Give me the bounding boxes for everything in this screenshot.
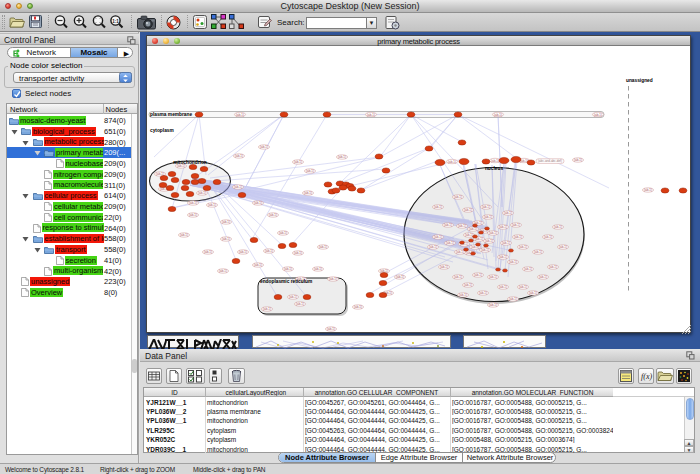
svg-text:(ab-1): (ab-1) — [502, 241, 510, 245]
svg-text:(ab-1): (ab-1) — [474, 273, 482, 277]
svg-text:(ab-1): (ab-1) — [489, 303, 497, 307]
svg-text:(ab-1): (ab-1) — [458, 224, 466, 228]
svg-text:(ab-1): (ab-1) — [306, 169, 314, 173]
svg-text:nucleus: nucleus — [485, 166, 503, 171]
svg-text:(ab-1): (ab-1) — [440, 265, 448, 269]
svg-text:(ab-1): (ab-1) — [254, 201, 262, 205]
svg-text:(ab-1): (ab-1) — [494, 113, 502, 117]
svg-text:(ab-1): (ab-1) — [260, 145, 268, 149]
svg-text:(ab-1): (ab-1) — [464, 208, 472, 212]
svg-text:(ab-1): (ab-1) — [594, 113, 602, 117]
svg-text:(ab-1): (ab-1) — [319, 245, 327, 249]
svg-text:(ab-1): (ab-1) — [454, 275, 462, 279]
svg-text:(ab-1): (ab-1) — [265, 249, 273, 253]
svg-text:(ab-1): (ab-1) — [304, 191, 312, 195]
svg-text:(ab-1): (ab-1) — [469, 227, 477, 231]
svg-text:(ab-1): (ab-1) — [499, 255, 507, 259]
svg-text:unassigned: unassigned — [626, 78, 653, 83]
svg-text:(ab-1): (ab-1) — [519, 285, 527, 289]
svg-text:(ab-1): (ab-1) — [279, 231, 287, 235]
svg-text:(ab-1): (ab-1) — [491, 159, 499, 163]
svg-text:(ab-1): (ab-1) — [481, 248, 489, 252]
svg-text:1:1: 1:1 — [112, 19, 119, 24]
svg-text:(ab-1): (ab-1) — [235, 154, 243, 158]
svg-text:(ab-1): (ab-1) — [254, 263, 262, 267]
svg-text:(ab-1): (ab-1) — [434, 205, 442, 209]
svg-text:(ab-1): (ab-1) — [519, 245, 527, 249]
svg-text:(ab-1): (ab-1) — [559, 245, 567, 249]
svg-text:(ab-1): (ab-1) — [338, 155, 346, 159]
svg-text:(ab-1): (ab-1) — [484, 215, 492, 219]
svg-text:(ab-1): (ab-1) — [499, 225, 507, 229]
svg-text:(ab-1): (ab-1) — [574, 158, 582, 162]
svg-text:(ab-1): (ab-1) — [465, 233, 473, 237]
svg-text:(ab-1): (ab-1) — [529, 291, 537, 295]
svg-text:Search:: Search: — [277, 18, 305, 27]
svg-text:(ab-1): (ab-1) — [189, 201, 197, 205]
svg-text:cytoplasm: cytoplasm — [150, 128, 174, 133]
svg-text:(ab-1): (ab-1) — [509, 297, 517, 301]
svg-text:(ab-1): (ab-1) — [329, 277, 337, 281]
svg-text:(ab-1): (ab-1) — [512, 223, 520, 227]
svg-text:(ab-1): (ab-1) — [234, 185, 242, 189]
svg-text:(ab-1): (ab-1) — [177, 164, 185, 168]
svg-text:(ab-1): (ab-1) — [222, 237, 230, 241]
svg-text:(ab-1): (ab-1) — [294, 251, 302, 255]
svg-text:(ab-1): (ab-1) — [294, 160, 302, 164]
svg-text:(ab-1): (ab-1) — [534, 250, 542, 254]
svg-text:(ab-1): (ab-1) — [482, 205, 490, 209]
svg-text:(ab-1): (ab-1) — [499, 285, 507, 289]
svg-text:(ab-1): (ab-1) — [296, 302, 304, 306]
svg-text:(ab-1): (ab-1) — [198, 191, 206, 195]
svg-text:(ab-1): (ab-1) — [644, 188, 652, 192]
svg-text:(ab-1): (ab-1) — [479, 291, 487, 295]
svg-text:(ab-1): (ab-1) — [236, 113, 244, 117]
svg-text:(ab-1): (ab-1) — [504, 211, 512, 215]
svg-text:(ab-1): (ab-1) — [180, 233, 188, 237]
svg-text:(ab-1): (ab-1) — [208, 203, 216, 207]
svg-text:(ab-1): (ab-1) — [489, 275, 497, 279]
svg-text:f(x): f(x) — [641, 372, 652, 381]
svg-text:(ab-1): (ab-1) — [204, 250, 212, 254]
svg-text:(ab-1): (ab-1) — [554, 225, 562, 229]
svg-text:(ab-1): (ab-1) — [539, 275, 547, 279]
svg-text:(ab-1): (ab-1) — [544, 235, 552, 239]
svg-text:(ab-1): (ab-1) — [219, 269, 227, 273]
svg-text:(ab-1): (ab-1) — [446, 241, 454, 245]
svg-text:(ab-1): (ab-1) — [456, 250, 464, 254]
svg-text:(ab-1): (ab-1) — [514, 235, 522, 239]
svg-text:(ab-1): (ab-1) — [289, 295, 297, 299]
svg-text:(ab-1): (ab-1) — [269, 213, 277, 217]
svg-text:(ab-1): (ab-1) — [454, 195, 462, 199]
svg-text:(ab-1): (ab-1) — [459, 293, 467, 297]
svg-text:(abc-and-abc-def): (abc-and-abc-def) — [538, 159, 562, 163]
svg-text:(ab-1): (ab-1) — [396, 275, 404, 279]
svg-text:mitochondrion: mitochondrion — [173, 160, 207, 165]
svg-text:(ab-1): (ab-1) — [189, 213, 197, 217]
svg-text:(ab-1): (ab-1) — [327, 327, 335, 331]
svg-text:(ab-1): (ab-1) — [354, 305, 362, 309]
svg-text:(ab-1): (ab-1) — [464, 283, 472, 287]
svg-text:(ab-1): (ab-1) — [263, 307, 271, 311]
svg-text:(ab-1): (ab-1) — [509, 260, 517, 264]
svg-text:(ab-1): (ab-1) — [434, 235, 442, 239]
svg-text:endoplasmic reticulum: endoplasmic reticulum — [260, 279, 312, 284]
svg-text:(ab-1): (ab-1) — [222, 220, 230, 224]
svg-text:(ab-1): (ab-1) — [485, 239, 493, 243]
svg-text:(ab-1): (ab-1) — [448, 160, 456, 164]
svg-text:(ab-1): (ab-1) — [489, 231, 497, 235]
svg-text:(ab-1): (ab-1) — [444, 223, 452, 227]
svg-text:plasma membrane: plasma membrane — [150, 112, 192, 117]
svg-text:(ab-1): (ab-1) — [367, 113, 375, 117]
svg-text:(ab-1): (ab-1) — [524, 267, 532, 271]
svg-text:(ab-1): (ab-1) — [549, 265, 557, 269]
svg-text:(ab-1): (ab-1) — [239, 250, 247, 254]
svg-text:(ab-1): (ab-1) — [314, 267, 322, 271]
svg-text:(ab-1): (ab-1) — [284, 267, 292, 271]
svg-text:(ab-1): (ab-1) — [429, 245, 437, 249]
